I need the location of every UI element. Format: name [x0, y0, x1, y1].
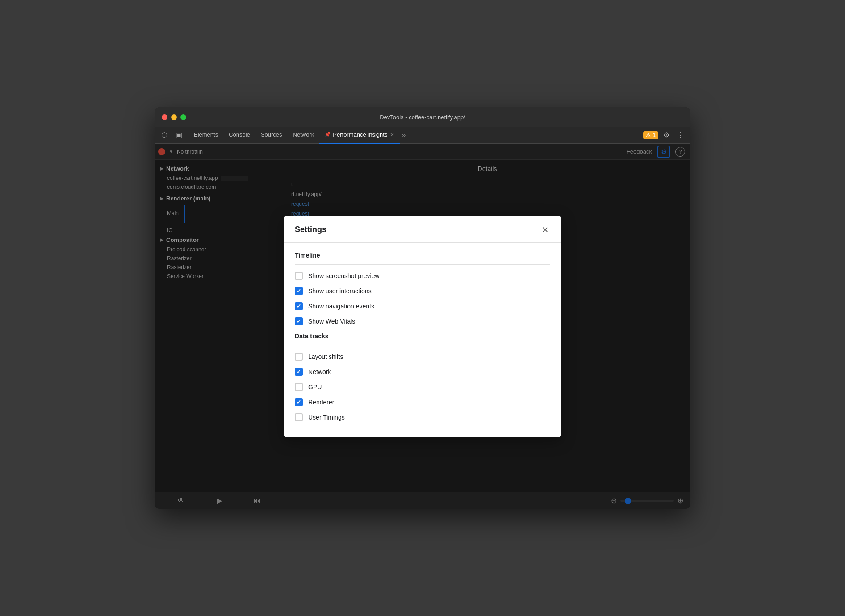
close-traffic-light[interactable] [162, 114, 167, 120]
checkbox-user-interactions[interactable]: Show user interactions [295, 287, 550, 295]
checkbox-gpu[interactable]: GPU [295, 383, 550, 391]
record-button[interactable] [158, 148, 165, 155]
checkbox-renderer-box[interactable] [295, 398, 303, 406]
devtools-content: ▼ No throttlin ▶ Network coffee-cart.net… [155, 144, 690, 509]
tab-sources[interactable]: Sources [255, 127, 288, 144]
tree-child-cdnjs[interactable]: cdnjs.cloudflare.com [155, 183, 284, 191]
play-button[interactable]: ▶ [217, 496, 222, 505]
settings-button-active[interactable]: ⚙ [657, 146, 670, 158]
detail-row-0: t [291, 181, 683, 187]
checkbox-navigation-events[interactable]: Show navigation events [295, 302, 550, 310]
tree-panel: ▶ Network coffee-cart.netlify.app cdnjs.… [155, 160, 284, 492]
zoom-thumb[interactable] [625, 498, 631, 504]
checkbox-screenshot-preview[interactable]: Show screenshot preview [295, 272, 550, 280]
tree-section-renderer: ▶ Renderer (main) Main [155, 193, 284, 224]
alert-icon: ⚠ [646, 132, 651, 138]
tree-header-network[interactable]: ▶ Network [155, 163, 284, 174]
alert-badge[interactable]: ⚠ 1 [643, 131, 658, 139]
tab-performance-insights[interactable]: 📌 Performance insights ✕ [319, 127, 400, 144]
checkbox-gpu-box[interactable] [295, 383, 303, 391]
alert-count: 1 [653, 132, 656, 138]
checkbox-layout-shifts[interactable]: Layout shifts [295, 353, 550, 361]
main-bar [184, 205, 185, 223]
timeline-divider [295, 264, 550, 265]
right-toolbar: Feedback ⚙ ? [284, 144, 690, 160]
record-dropdown-icon[interactable]: ▼ [169, 149, 173, 154]
detail-row-1: rt.netlify.app/ [291, 191, 683, 197]
checkbox-renderer-label: Renderer [308, 399, 334, 406]
more-tabs-icon[interactable]: » [402, 131, 406, 139]
maximize-traffic-light[interactable] [180, 114, 186, 120]
checkbox-screenshot-box[interactable] [295, 272, 303, 280]
checkbox-gpu-label: GPU [308, 383, 322, 391]
detail-row-2[interactable]: request [291, 201, 683, 207]
more-options-icon[interactable]: ⋮ [674, 129, 687, 142]
checkbox-web-vitals-label: Show Web Vitals [308, 318, 355, 325]
tree-header-renderer[interactable]: ▶ Renderer (main) [155, 193, 284, 204]
checkbox-network[interactable]: Network [295, 368, 550, 376]
tree-child-service-worker: Service Worker [155, 272, 284, 281]
checkbox-renderer[interactable]: Renderer [295, 398, 550, 406]
tree-child-main: Main [155, 204, 284, 224]
pin-icon: 📌 [325, 132, 331, 137]
tree-child-coffee[interactable]: coffee-cart.netlify.app [155, 174, 284, 183]
timeline-section-title: Timeline [295, 252, 550, 259]
tree-section-renderer-label: Renderer (main) [166, 195, 211, 202]
checkbox-navigation-events-label: Show navigation events [308, 303, 374, 310]
zoom-out-icon[interactable]: ⊖ [611, 496, 617, 505]
checkbox-user-interactions-box[interactable] [295, 287, 303, 295]
tree-child-rasterizer2: Rasterizer [155, 263, 284, 272]
checkbox-web-vitals-box[interactable] [295, 317, 303, 325]
minimize-traffic-light[interactable] [171, 114, 177, 120]
data-tracks-section-title: Data tracks [295, 333, 550, 340]
cursor-icon[interactable]: ⬡ [158, 129, 171, 142]
checkbox-layout-shifts-box[interactable] [295, 353, 303, 361]
checkbox-user-timings[interactable]: User Timings [295, 413, 550, 421]
tab-network[interactable]: Network [288, 127, 320, 144]
left-panel: ▼ No throttlin ▶ Network coffee-cart.net… [155, 144, 284, 509]
data-tracks-divider [295, 345, 550, 345]
throttle-label: No throttlin [177, 149, 203, 155]
window-title: DevTools - coffee-cart.netlify.app/ [380, 114, 465, 121]
help-button[interactable]: ? [675, 147, 685, 157]
checkbox-user-timings-box[interactable] [295, 413, 303, 421]
title-bar: DevTools - coffee-cart.netlify.app/ [155, 107, 690, 127]
settings-header: Settings ✕ [284, 216, 561, 243]
zoom-in-icon[interactable]: ⊕ [678, 496, 683, 505]
tab-console[interactable]: Console [223, 127, 255, 144]
checkbox-web-vitals[interactable]: Show Web Vitals [295, 317, 550, 325]
tree-child-io: IO [155, 226, 284, 235]
devtools-right-actions: ⚠ 1 ⚙ ⋮ [643, 129, 687, 142]
settings-body: Timeline Show screenshot preview Show us… [284, 243, 561, 437]
tab-icon-group: ⬡ ▣ [158, 129, 185, 142]
details-header: Details [284, 160, 690, 178]
collapse-icon: ▶ [160, 166, 163, 171]
tab-elements[interactable]: Elements [188, 127, 223, 144]
device-icon[interactable]: ▣ [172, 129, 185, 142]
eye-button[interactable]: 👁 [178, 497, 185, 505]
settings-title: Settings [295, 225, 326, 234]
settings-close-button[interactable]: ✕ [540, 225, 550, 235]
tab-close-icon[interactable]: ✕ [390, 132, 394, 138]
checkbox-screenshot-label: Show screenshot preview [308, 272, 380, 279]
collapse-icon-compositor: ▶ [160, 237, 163, 242]
checkbox-navigation-events-box[interactable] [295, 302, 303, 310]
settings-gear-icon: ⚙ [661, 148, 667, 156]
tree-section-label: Network [166, 165, 189, 172]
skip-button[interactable]: ⏮ [254, 497, 261, 505]
tree-header-compositor[interactable]: ▶ Compositor [155, 235, 284, 245]
checkbox-user-timings-label: User Timings [308, 414, 345, 421]
zoom-slider[interactable] [620, 500, 674, 502]
settings-dialog: Settings ✕ Timeline Show screenshot prev… [284, 216, 561, 437]
checkbox-network-box[interactable] [295, 368, 303, 376]
feedback-link[interactable]: Feedback [627, 148, 652, 155]
devtools-tabbar: ⬡ ▣ Elements Console Sources Network 📌 P… [155, 127, 690, 144]
tree-section-io: IO ▶ Compositor Preload scanner Rasteriz… [155, 226, 284, 281]
tree-section-network: ▶ Network coffee-cart.netlify.app cdnjs.… [155, 163, 284, 191]
checkbox-user-interactions-label: Show user interactions [308, 287, 372, 295]
traffic-lights [162, 114, 186, 120]
checkbox-layout-shifts-label: Layout shifts [308, 353, 343, 360]
tree-child-preload: Preload scanner [155, 245, 284, 254]
settings-icon-btn[interactable]: ⚙ [660, 129, 673, 142]
bottom-toolbar: 👁 ▶ ⏮ [155, 492, 284, 509]
